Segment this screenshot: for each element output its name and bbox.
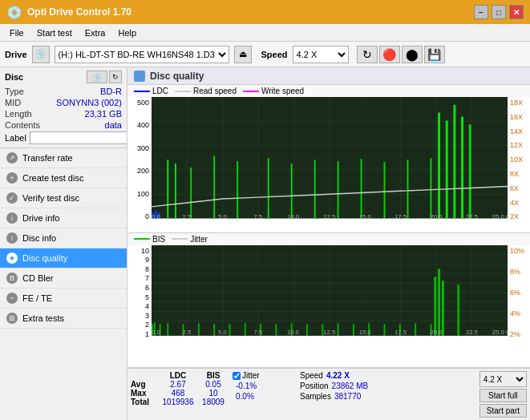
svg-text:12.5: 12.5: [323, 329, 335, 336]
total-label: Total: [131, 398, 159, 406]
svg-text:15.0: 15.0: [359, 212, 372, 220]
disc-icon-btn[interactable]: 💿: [87, 71, 107, 83]
disc-type-row: Type BD-R: [5, 87, 122, 96]
samples-value: 381770: [334, 392, 361, 401]
eject-button[interactable]: ⏏: [234, 46, 252, 63]
disc-label-row: Label 🔧: [5, 131, 122, 144]
svg-rect-25: [338, 161, 339, 218]
toolbar-btn-save[interactable]: 💾: [424, 46, 445, 63]
drive-icon: 💿: [32, 46, 50, 63]
sidebar-item-verify-test-disc[interactable]: ✓ Verify test disc: [0, 188, 127, 208]
sidebar-item-cd-bler[interactable]: B CD Bler: [0, 269, 127, 289]
sidebar-item-transfer-rate[interactable]: ↗ Transfer rate: [0, 148, 127, 168]
minimize-button[interactable]: −: [474, 5, 488, 19]
disc-refresh-btn[interactable]: ↻: [109, 71, 122, 83]
speed-select[interactable]: 4.2 X: [293, 46, 349, 63]
toolbar-btn-1[interactable]: ↻: [357, 46, 378, 63]
svg-text:20.0: 20.0: [430, 212, 443, 220]
max-jitter: 0.0%: [233, 392, 297, 401]
stats-bar: LDC BIS Avg 2.67 0.05 Max 468 10 Total: [127, 368, 530, 420]
sidebar-item-fe-te[interactable]: ~ FE / TE: [0, 289, 127, 309]
svg-rect-67: [167, 323, 168, 336]
jitter-color: [172, 238, 188, 240]
jitter-checkbox[interactable]: [233, 372, 241, 380]
app-icon: 💿: [6, 5, 22, 20]
svg-rect-83: [415, 323, 416, 336]
svg-rect-26: [361, 159, 362, 218]
svg-rect-21: [237, 161, 238, 218]
drive-select[interactable]: (H:) HL-DT-ST BD-RE WH16NS48 1.D3: [55, 46, 229, 63]
charts-area: LDC Read speed Write speed 500 400: [127, 85, 530, 420]
svg-rect-34: [469, 124, 471, 218]
svg-rect-70: [213, 324, 215, 336]
sidebar-item-create-test-disc[interactable]: + Create test disc: [0, 168, 127, 188]
menu-extra[interactable]: Extra: [79, 26, 112, 39]
max-label: Max: [131, 389, 159, 398]
quality-speed-select[interactable]: 4.2 X: [479, 371, 527, 387]
cd-bler-icon: B: [6, 273, 18, 284]
upper-chart-wrapper: 500 400 300 200 100 0: [127, 97, 530, 222]
svg-rect-74: [275, 324, 277, 336]
svg-text:12.5: 12.5: [323, 212, 335, 220]
bis-header: BIS: [197, 371, 229, 380]
disc-mid-row: MID SONYNN3 (002): [5, 98, 122, 107]
sidebar-item-disc-quality[interactable]: ★ Disc quality: [0, 248, 127, 269]
svg-text:10.0: 10.0: [287, 212, 300, 220]
lower-y-axis-left: 10 9 8 7 6 5 4 3 2 1: [127, 245, 152, 340]
toolbar-btn-2[interactable]: 🔴: [379, 46, 400, 63]
lower-chart-legend: BIS Jitter: [127, 233, 530, 245]
close-button[interactable]: ✕: [509, 5, 524, 19]
svg-text:25.0 GB: 25.0 GB: [492, 212, 508, 220]
content-area: Disc quality LDC Read speed Wr: [127, 67, 530, 420]
disc-contents-row: Contents data: [5, 120, 122, 130]
jitter-check-row: Jitter: [233, 371, 297, 380]
samples-row: Samples 381770: [300, 392, 368, 401]
svg-text:17.5: 17.5: [394, 212, 407, 220]
avg-label: Avg: [131, 380, 159, 389]
start-full-button[interactable]: Start full: [479, 389, 527, 402]
lower-y-axis-right: 10% 8% 6% 4% 2%: [508, 245, 530, 340]
menu-start-test[interactable]: Start test: [30, 26, 79, 39]
svg-text:22.5: 22.5: [466, 212, 478, 220]
speed-row: Speed 4.22 X: [300, 371, 368, 380]
disc-header-label: Disc: [5, 72, 23, 82]
total-bis: 18009: [197, 398, 229, 406]
svg-text:7.5: 7.5: [253, 212, 262, 220]
start-part-button[interactable]: Start part: [479, 404, 527, 418]
max-bis: 10: [197, 389, 229, 398]
upper-y-axis-left: 500 400 300 200 100 0: [127, 97, 152, 222]
avg-bis: 0.05: [197, 380, 229, 389]
jitter-section: Jitter -0.1% 0.0%: [233, 371, 297, 401]
svg-rect-87: [442, 281, 444, 336]
svg-text:10.0: 10.0: [287, 329, 300, 336]
fe-te-icon: ~: [6, 293, 18, 304]
menu-help[interactable]: Help: [111, 26, 143, 39]
svg-rect-17: [167, 160, 168, 218]
drivebar: Drive 💿 (H:) HL-DT-ST BD-RE WH16NS48 1.D…: [0, 42, 530, 67]
disc-info-icon: i: [6, 232, 18, 244]
svg-rect-79: [353, 324, 354, 336]
window-controls: − □ ✕: [474, 5, 524, 19]
svg-rect-76: [306, 324, 308, 336]
svg-rect-19: [190, 168, 192, 219]
menu-file[interactable]: File: [3, 26, 30, 39]
toolbar-btn-3[interactable]: ⬤: [402, 46, 423, 63]
svg-text:15.0: 15.0: [359, 329, 372, 336]
lower-chart-container: BIS Jitter 10 9 8 7 6 5 4: [127, 233, 530, 368]
legend-write-speed: Write speed: [243, 87, 304, 95]
toolbar-buttons: ↻ 🔴 ⬤ 💾: [357, 46, 445, 63]
ldc-color: [134, 91, 150, 92]
sidebar-item-disc-info[interactable]: i Disc info: [0, 228, 127, 248]
drive-label: Drive: [5, 50, 27, 59]
speed-value: 4.22 X: [326, 371, 350, 380]
svg-text:2.5: 2.5: [183, 329, 192, 336]
sidebar-item-extra-tests[interactable]: ⊞ Extra tests: [0, 309, 127, 329]
svg-rect-72: [245, 323, 246, 336]
disc-label-input[interactable]: [30, 131, 127, 144]
write-speed-color: [243, 91, 259, 92]
svg-rect-29: [430, 158, 431, 218]
maximize-button[interactable]: □: [492, 5, 506, 19]
position-row: Position 23862 MB: [300, 382, 368, 390]
svg-rect-22: [268, 158, 269, 218]
sidebar-item-drive-info[interactable]: i Drive info: [0, 208, 127, 228]
